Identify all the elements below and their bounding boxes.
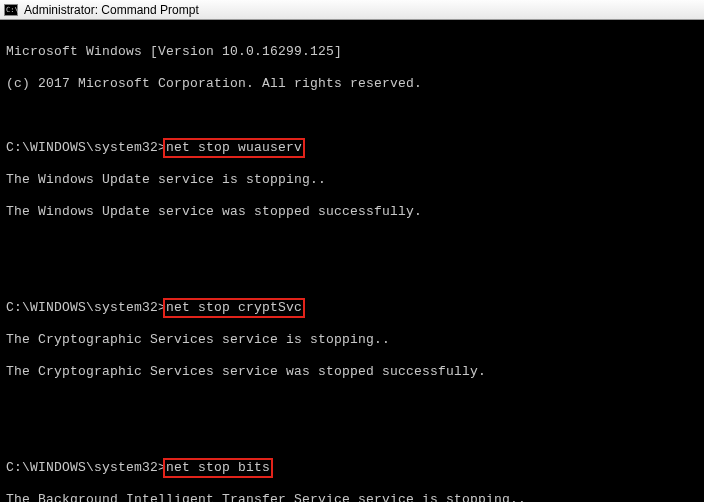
highlighted-command: net stop wuauserv: [166, 140, 302, 156]
command-line: C:\WINDOWS\system32>net stop wuauserv: [6, 140, 698, 156]
output-line: The Background Intelligent Transfer Serv…: [6, 492, 698, 502]
window-title: Administrator: Command Prompt: [24, 3, 199, 17]
output-line: The Windows Update service is stopping..: [6, 172, 698, 188]
terminal-output[interactable]: Microsoft Windows [Version 10.0.16299.12…: [0, 20, 704, 502]
blank-line: [6, 268, 698, 284]
output-line: The Windows Update service was stopped s…: [6, 204, 698, 220]
header-line: (c) 2017 Microsoft Corporation. All righ…: [6, 76, 698, 92]
highlighted-command: net stop cryptSvc: [166, 300, 302, 316]
output-line: The Cryptographic Services service is st…: [6, 332, 698, 348]
prompt: C:\WINDOWS\system32>: [6, 460, 166, 475]
blank-line: [6, 396, 698, 412]
command-line: C:\WINDOWS\system32>net stop cryptSvc: [6, 300, 698, 316]
blank-line: [6, 108, 698, 124]
cmd-icon: C:\: [4, 4, 18, 16]
blank-line: [6, 236, 698, 252]
output-line: The Cryptographic Services service was s…: [6, 364, 698, 380]
title-bar: C:\ Administrator: Command Prompt: [0, 0, 704, 20]
prompt: C:\WINDOWS\system32>: [6, 300, 166, 315]
blank-line: [6, 428, 698, 444]
highlighted-command: net stop bits: [166, 460, 270, 476]
command-line: C:\WINDOWS\system32>net stop bits: [6, 460, 698, 476]
header-line: Microsoft Windows [Version 10.0.16299.12…: [6, 44, 698, 60]
prompt: C:\WINDOWS\system32>: [6, 140, 166, 155]
